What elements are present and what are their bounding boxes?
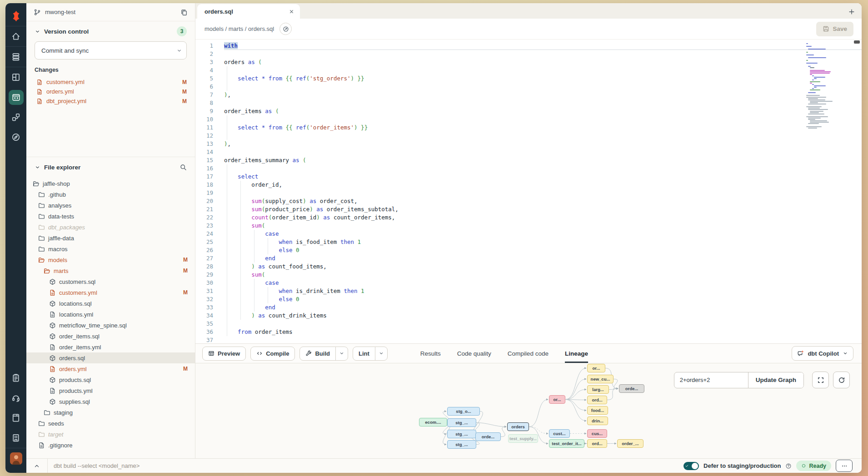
lineage-selector-input[interactable] (674, 372, 748, 388)
tree-item-orders.sql[interactable]: orders.sql (26, 352, 195, 363)
changed-file-customers.yml[interactable]: customers.yml M (35, 77, 187, 87)
save-button[interactable]: Save (816, 22, 853, 36)
tree-item-label: products.yml (59, 387, 93, 394)
tree-item-orders.yml[interactable]: orders.ymlM (26, 363, 195, 374)
tree-item-products.sql[interactable]: products.sql (26, 374, 195, 385)
tab-code-quality[interactable]: Code quality (457, 344, 491, 363)
lineage-node-tsupply[interactable]: test_supply... (508, 434, 538, 443)
lineage-node-orp[interactable]: or... (549, 395, 565, 404)
code-line: count(order_item_id) as count_order_item… (224, 213, 862, 222)
code-content[interactable]: withorders as ( select * from {{ ref('st… (219, 40, 862, 343)
chevron-down-icon[interactable] (375, 347, 387, 360)
tree-item-staging[interactable]: staging (26, 407, 195, 418)
nav-item-environments[interactable] (5, 47, 26, 67)
close-icon[interactable] (289, 9, 294, 15)
refresh-button[interactable] (833, 372, 850, 388)
nav-item-apps[interactable] (5, 67, 26, 87)
nav-item-notifications[interactable] (5, 428, 26, 448)
lineage-node-y_ord2[interactable]: ord... (587, 439, 607, 448)
search-icon[interactable] (180, 164, 187, 171)
lineage-node-stg_o[interactable]: stg_o... (447, 407, 480, 416)
tree-item-order_items.sql[interactable]: order_items.sql (26, 331, 195, 342)
defer-toggle[interactable] (683, 462, 699, 470)
file-explorer-header[interactable]: File explorer (26, 159, 195, 175)
lineage-node-tord[interactable]: test_order_it... (549, 439, 584, 448)
chevron-down-icon[interactable] (172, 42, 186, 59)
tree-item-customers.sql[interactable]: customers.sql (26, 276, 195, 287)
changed-file-orders.yml[interactable]: orders.yml M (35, 87, 187, 96)
tree-item-locations.yml[interactable]: locations.yml (26, 309, 195, 320)
tab-compiled-code[interactable]: Compiled code (508, 344, 549, 363)
nav-item-user-avatar[interactable] (5, 448, 26, 468)
tree-item-target[interactable]: target (26, 429, 195, 440)
lineage-node-y_larg[interactable]: larg... (587, 385, 609, 394)
tree-item-products.yml[interactable]: products.yml (26, 385, 195, 396)
tree-item-dbt_packages[interactable]: dbt_packages (26, 222, 195, 233)
tree-item-label: marts (54, 268, 69, 274)
lineage-node-y_new[interactable]: new_cu... (587, 375, 614, 383)
lineage-panel[interactable]: ecom....stg_o...stg_...stg_...stg_...ord… (195, 363, 862, 458)
fullscreen-button[interactable] (812, 372, 829, 388)
lineage-node-y_ord[interactable]: ord... (587, 396, 607, 404)
lineage-node-g_orde[interactable]: orde... (619, 384, 644, 393)
lineage-node-orde[interactable]: orde... (475, 432, 501, 441)
lineage-node-cust[interactable]: cust... (549, 429, 570, 438)
lineage-node-y_order[interactable]: order_... (617, 439, 644, 448)
expand-command-bar-button[interactable] (26, 459, 48, 473)
tree-item-jaffle-data[interactable]: jaffle-data (26, 233, 195, 243)
open-in-lineage-icon[interactable] (279, 23, 292, 35)
nav-item-changelog[interactable] (5, 368, 26, 388)
tree-item-macros[interactable]: macros (26, 243, 195, 254)
tree-item-supplies.sql[interactable]: supplies.sql (26, 396, 195, 407)
command-input[interactable]: dbt build --select <model_name> (48, 462, 140, 469)
new-tab-button[interactable] (848, 8, 855, 15)
minimap[interactable] (806, 43, 835, 129)
lineage-node-y_or[interactable]: or... (587, 364, 605, 372)
copy-icon[interactable] (180, 9, 188, 16)
changed-file-dbt_project.yml[interactable]: dbt_project.yml M (35, 96, 187, 106)
lineage-node-stg_3[interactable]: stg_... (447, 440, 476, 449)
lineage-node-y_food[interactable]: food... (587, 406, 608, 415)
tree-item-metricflow_time_spine.sql[interactable]: metricflow_time_spine.sql (26, 320, 195, 331)
nav-item-orchestration[interactable] (5, 107, 26, 127)
version-control-header[interactable]: Version control 3 (35, 23, 187, 40)
tree-item-jaffle-shop[interactable]: jaffle-shop (26, 178, 195, 189)
tab-lineage[interactable]: Lineage (565, 344, 588, 363)
build-button[interactable]: Build (299, 347, 348, 361)
lineage-node-orders[interactable]: orders (507, 422, 529, 431)
nav-item-documentation[interactable] (5, 408, 26, 428)
tree-item-.gitignore[interactable]: .gitignore (26, 440, 195, 451)
tab-results[interactable]: Results (420, 344, 441, 363)
tree-item-.github[interactable]: .github (26, 189, 195, 200)
tree-item-locations.sql[interactable]: locations.sql (26, 298, 195, 309)
lint-button[interactable]: Lint (353, 347, 388, 361)
preview-button[interactable]: Preview (202, 347, 246, 361)
nav-item-explore[interactable] (5, 127, 26, 147)
nav-item-studio-ide[interactable] (5, 87, 26, 107)
dbt-copilot-button[interactable]: dbt Copilot (792, 346, 853, 361)
tree-item-data-tests[interactable]: data-tests (26, 211, 195, 222)
tree-item-models[interactable]: modelsM (26, 254, 195, 265)
lineage-node-y_drin[interactable]: drin... (587, 416, 608, 425)
lineage-node-ecom[interactable]: ecom.... (419, 418, 447, 426)
nav-item-support[interactable] (5, 388, 26, 408)
update-graph-button[interactable]: Update Graph (748, 372, 803, 388)
scrollbar-thumb[interactable] (854, 40, 860, 44)
compile-button[interactable]: Compile (250, 347, 295, 361)
tree-item-order_items.yml[interactable]: order_items.yml (26, 342, 195, 352)
tree-item-seeds[interactable]: seeds (26, 418, 195, 429)
tree-item-customers.yml[interactable]: customers.ymlM (26, 287, 195, 298)
lineage-node-stg_1[interactable]: stg_... (447, 418, 476, 427)
commit-and-sync-button[interactable]: Commit and sync (35, 41, 187, 60)
lineage-node-cusp[interactable]: cus... (587, 429, 607, 438)
tree-item-analyses[interactable]: analyses (26, 200, 195, 211)
lineage-node-stg_2[interactable]: stg_... (447, 430, 476, 438)
nav-item-dbt-logo[interactable] (5, 6, 26, 26)
tree-item-marts[interactable]: martsM (26, 265, 195, 276)
nav-item-home[interactable] (5, 26, 26, 46)
help-icon[interactable] (785, 463, 792, 469)
code-editor[interactable]: 1234567891011121314151617181920212223242… (195, 40, 862, 343)
chevron-down-icon[interactable] (335, 347, 348, 360)
more-options-button[interactable] (836, 460, 853, 472)
tab-orders-sql[interactable]: orders.sql (197, 4, 300, 19)
